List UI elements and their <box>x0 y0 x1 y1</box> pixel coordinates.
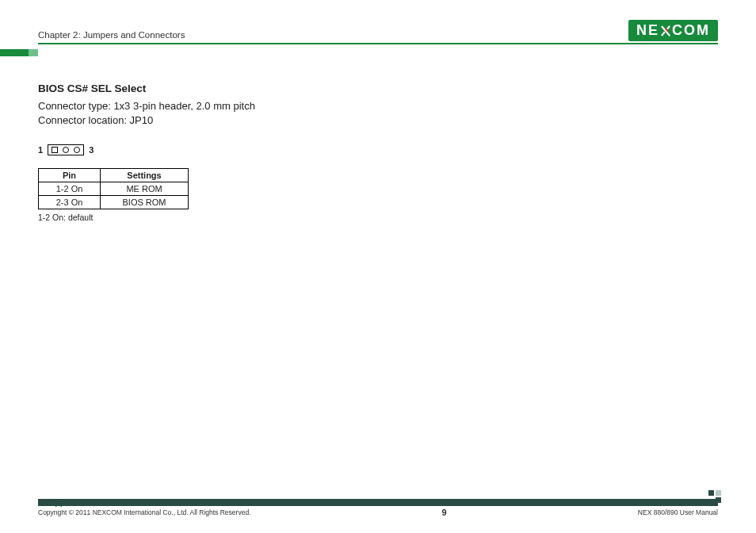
footer-ornament-icon <box>708 490 723 504</box>
logo-text-right: COM <box>672 22 710 39</box>
cell-setting: BIOS ROM <box>101 196 189 209</box>
logo-text-left: NE <box>636 22 659 39</box>
col-pin: Pin <box>39 169 101 182</box>
col-settings: Settings <box>101 169 189 182</box>
brand-logo: NE COM <box>628 20 718 41</box>
table-header-row: Pin Settings <box>39 169 189 182</box>
footer-bar <box>38 499 718 506</box>
page-tab-light <box>29 49 38 56</box>
cell-setting: ME ROM <box>101 182 189 196</box>
pin-circle-icon <box>74 147 80 153</box>
cell-pin: 2-3 On <box>39 196 101 209</box>
connector-location: Connector location: JP10 <box>38 113 387 128</box>
pin-circle-icon <box>63 147 69 153</box>
section-title: BIOS CS# SEL Select <box>38 82 387 94</box>
doc-title: NEX 880/890 User Manual <box>638 508 718 516</box>
logo-x-icon <box>660 25 671 36</box>
table-row: 1-2 On ME ROM <box>39 182 189 196</box>
table-row: 2-3 On BIOS ROM <box>39 196 189 209</box>
pin-1-label: 1 <box>38 145 43 155</box>
pin-3-label: 3 <box>89 145 94 155</box>
jumper-diagram: 1 3 <box>38 144 387 155</box>
pin-square-icon <box>52 147 58 153</box>
page-tab <box>0 49 29 56</box>
connector-type: Connector type: 1x3 3-pin header, 2.0 mm… <box>38 99 387 113</box>
settings-table: Pin Settings 1-2 On ME ROM 2-3 On BIOS R… <box>38 168 189 209</box>
default-note: 1-2 On: default <box>38 213 387 222</box>
header-rule <box>38 43 718 44</box>
page-number: 9 <box>442 508 447 517</box>
jumper-header-icon <box>48 144 84 155</box>
chapter-title: Chapter 2: Jumpers and Connectors <box>38 30 185 41</box>
cell-pin: 1-2 On <box>39 182 101 196</box>
